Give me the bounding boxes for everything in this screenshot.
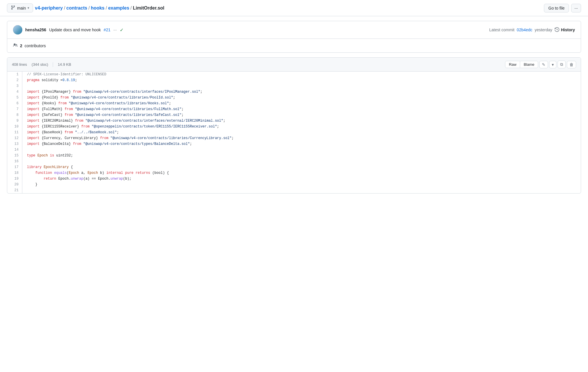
commit-ellipsis[interactable]: ··· [113, 28, 117, 32]
line-number[interactable]: 20 [7, 182, 22, 187]
table-row: 2pragma solidity =0.8.19; [7, 77, 581, 83]
line-content: } [22, 182, 581, 187]
table-row: 21 [7, 187, 581, 193]
line-number[interactable]: 8 [7, 112, 22, 118]
line-content: import {Hooks} from "@uniswap/v4-core/co… [22, 101, 581, 106]
file-meta: 408 lines (344 sloc) 14.9 KB [12, 62, 71, 67]
line-number[interactable]: 17 [7, 164, 22, 170]
line-content [22, 147, 581, 153]
branch-name: main [17, 6, 26, 10]
table-row: 17library EpochLibrary { [7, 164, 581, 170]
breadcrumb-area: main ▾ v4-periphery / contracts / hooks … [7, 3, 164, 12]
table-row: 6import {Hooks} from "@uniswap/v4-core/c… [7, 101, 581, 106]
commit-check-icon: ✓ [120, 27, 124, 33]
line-content: import {IPoolManager} from "@uniswap/v4-… [22, 89, 581, 95]
line-number[interactable]: 15 [7, 153, 22, 158]
line-number[interactable]: 21 [7, 187, 22, 193]
commit-right: Latest commit 02b4edc yesterday History [489, 27, 575, 33]
commit-time: yesterday [535, 28, 552, 32]
line-content: import {SafeCast} from "@uniswap/v4-core… [22, 112, 581, 118]
breadcrumb-sep-2: / [88, 6, 90, 11]
table-row: 5import {PoolId} from "@uniswap/v4-core/… [7, 95, 581, 101]
file-meta-divider [53, 62, 53, 67]
line-number[interactable]: 1 [7, 72, 22, 77]
line-content: import {IERC1155Receiver} from "@openzep… [22, 124, 581, 130]
table-row: 7import {FullMath} from "@uniswap/v4-cor… [7, 106, 581, 112]
commit-pr-link[interactable]: #21 [104, 28, 110, 32]
table-row: 10import {IERC1155Receiver} from "@openz… [7, 124, 581, 130]
line-number[interactable]: 9 [7, 118, 22, 124]
file-lines: 408 lines [12, 62, 27, 67]
commit-message: Update docs and move hook [49, 28, 101, 32]
line-number[interactable]: 14 [7, 147, 22, 153]
line-number[interactable]: 13 [7, 141, 22, 147]
line-number[interactable]: 12 [7, 135, 22, 141]
breadcrumb-sep-3: / [106, 6, 107, 11]
line-number[interactable]: 10 [7, 124, 22, 130]
history-button[interactable]: History [555, 27, 575, 33]
line-number[interactable]: 2 [7, 77, 22, 83]
line-number[interactable]: 19 [7, 176, 22, 182]
table-row: 18 function equals(Epoch a, Epoch b) int… [7, 170, 581, 176]
table-row: 14 [7, 147, 581, 153]
contributors-row: 2 contributors [7, 39, 581, 52]
breadcrumb-examples[interactable]: examples [108, 6, 129, 11]
line-number[interactable]: 18 [7, 170, 22, 176]
copy-button[interactable]: ⧉ [558, 61, 566, 68]
avatar [13, 25, 22, 34]
goto-file-button[interactable]: Go to file [544, 4, 569, 12]
table-row: 20 } [7, 182, 581, 187]
history-label: History [561, 28, 575, 32]
line-content: import {IERC20Minimal} from "@uniswap/v4… [22, 118, 581, 124]
table-row: 19 return Epoch.unwrap(a) == Epoch.unwra… [7, 176, 581, 182]
line-content [22, 158, 581, 164]
blame-button[interactable]: Blame [520, 61, 538, 68]
commit-left: hensha256 Update docs and move hook #21 … [13, 25, 124, 34]
more-options-button[interactable]: ··· [571, 4, 581, 12]
delete-button[interactable]: 🗑 [567, 61, 576, 68]
breadcrumb-contracts[interactable]: contracts [66, 6, 87, 11]
commit-author[interactable]: hensha256 [25, 28, 46, 32]
table-row: 1// SPDX-License-Identifier: UNLICENSED [7, 72, 581, 77]
file-size: 14.9 KB [58, 62, 71, 67]
branch-selector[interactable]: main ▾ [7, 3, 33, 12]
raw-button[interactable]: Raw [505, 61, 520, 68]
line-number[interactable]: 11 [7, 130, 22, 135]
table-row: 12import {Currency, CurrencyLibrary} fro… [7, 135, 581, 141]
line-number[interactable]: 16 [7, 158, 22, 164]
chevron-down-icon: ▾ [28, 6, 29, 10]
contributors-count: 2 [20, 43, 22, 48]
avatar-image [13, 25, 22, 34]
file-header: 408 lines (344 sloc) 14.9 KB Raw Blame ✎… [7, 58, 581, 72]
line-content: import {BaseHook} from "../../BaseHook.s… [22, 130, 581, 135]
commit-header: hensha256 Update docs and move hook #21 … [7, 21, 581, 39]
edit-dropdown-button[interactable]: ▾ [549, 61, 556, 68]
line-content: import {Currency, CurrencyLibrary} from … [22, 135, 581, 141]
breadcrumb-repo[interactable]: v4-periphery [35, 6, 63, 11]
contributors-icon [13, 43, 18, 48]
line-content: return Epoch.unwrap(a) == Epoch.unwrap(b… [22, 176, 581, 182]
top-bar: main ▾ v4-periphery / contracts / hooks … [0, 0, 588, 16]
line-content: pragma solidity =0.8.19; [22, 77, 581, 83]
file-sloc: (344 sloc) [32, 62, 48, 67]
edit-button[interactable]: ✎ [539, 61, 548, 68]
line-number[interactable]: 6 [7, 101, 22, 106]
line-number[interactable]: 7 [7, 106, 22, 112]
line-content: import {PoolId} from "@uniswap/v4-core/c… [22, 95, 581, 101]
table-row: 4import {IPoolManager} from "@uniswap/v4… [7, 89, 581, 95]
line-number[interactable]: 5 [7, 95, 22, 101]
table-row: 15type Epoch is uint232; [7, 153, 581, 158]
line-content: function equals(Epoch a, Epoch b) intern… [22, 170, 581, 176]
line-content: type Epoch is uint232; [22, 153, 581, 158]
commit-hash[interactable]: 02b4edc [517, 28, 532, 32]
line-content [22, 187, 581, 193]
code-body: 1// SPDX-License-Identifier: UNLICENSED2… [7, 72, 581, 193]
latest-commit-label: Latest commit [489, 28, 514, 32]
line-number[interactable]: 4 [7, 89, 22, 95]
line-content: // SPDX-License-Identifier: UNLICENSED [22, 72, 581, 77]
raw-blame-group: Raw Blame [505, 61, 538, 68]
breadcrumb-hooks[interactable]: hooks [91, 6, 104, 11]
breadcrumb-filename: LimitOrder.sol [133, 6, 164, 11]
line-content: library EpochLibrary { [22, 164, 581, 170]
line-number[interactable]: 3 [7, 83, 22, 89]
